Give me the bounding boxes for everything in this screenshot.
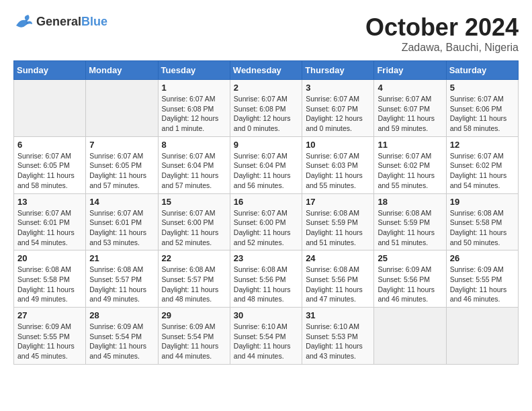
day-detail: Sunrise: 6:07 AMSunset: 6:02 PMDaylight:… xyxy=(378,151,442,191)
calendar-week-row: 13Sunrise: 6:07 AMSunset: 6:01 PMDayligh… xyxy=(14,193,519,250)
day-number: 3 xyxy=(306,83,370,93)
calendar-cell: 16Sunrise: 6:07 AMSunset: 6:00 PMDayligh… xyxy=(230,193,302,250)
day-number: 13 xyxy=(17,197,82,207)
day-detail: Sunrise: 6:07 AMSunset: 6:05 PMDaylight:… xyxy=(89,151,154,191)
logo-general-text: General xyxy=(36,15,81,28)
calendar-cell: 20Sunrise: 6:08 AMSunset: 5:58 PMDayligh… xyxy=(14,250,86,308)
calendar-cell: 11Sunrise: 6:07 AMSunset: 6:02 PMDayligh… xyxy=(374,136,446,193)
calendar-location: Zadawa, Bauchi, Nigeria xyxy=(365,42,519,54)
calendar-cell: 10Sunrise: 6:07 AMSunset: 6:03 PMDayligh… xyxy=(302,136,374,193)
day-detail: Sunrise: 6:07 AMSunset: 6:07 PMDaylight:… xyxy=(306,94,370,134)
day-number: 12 xyxy=(450,140,515,150)
calendar-week-row: 27Sunrise: 6:09 AMSunset: 5:55 PMDayligh… xyxy=(14,308,519,365)
day-number: 22 xyxy=(162,253,226,263)
day-detail: Sunrise: 6:08 AMSunset: 5:58 PMDaylight:… xyxy=(450,208,515,248)
calendar-cell: 25Sunrise: 6:09 AMSunset: 5:56 PMDayligh… xyxy=(374,250,446,308)
calendar-cell: 29Sunrise: 6:09 AMSunset: 5:54 PMDayligh… xyxy=(158,308,230,365)
day-detail: Sunrise: 6:07 AMSunset: 6:02 PMDaylight:… xyxy=(450,151,515,191)
calendar-cell: 8Sunrise: 6:07 AMSunset: 6:04 PMDaylight… xyxy=(158,136,230,193)
day-detail: Sunrise: 6:07 AMSunset: 6:08 PMDaylight:… xyxy=(162,94,226,134)
day-detail: Sunrise: 6:07 AMSunset: 6:05 PMDaylight:… xyxy=(17,151,82,191)
calendar-cell: 27Sunrise: 6:09 AMSunset: 5:55 PMDayligh… xyxy=(14,308,86,365)
calendar-cell: 31Sunrise: 6:10 AMSunset: 5:53 PMDayligh… xyxy=(302,308,374,365)
day-number: 1 xyxy=(162,83,226,93)
calendar-cell: 3Sunrise: 6:07 AMSunset: 6:07 PMDaylight… xyxy=(302,80,374,137)
logo-bird-icon xyxy=(13,13,34,30)
weekday-header-sunday: Sunday xyxy=(14,61,86,80)
day-number: 9 xyxy=(234,140,298,150)
weekday-header-row: SundayMondayTuesdayWednesdayThursdayFrid… xyxy=(14,61,519,80)
calendar-cell: 26Sunrise: 6:09 AMSunset: 5:55 PMDayligh… xyxy=(446,250,518,308)
calendar-cell: 5Sunrise: 6:07 AMSunset: 6:06 PMDaylight… xyxy=(446,80,518,137)
day-number: 26 xyxy=(450,253,515,263)
day-detail: Sunrise: 6:09 AMSunset: 5:55 PMDaylight:… xyxy=(450,265,515,304)
day-number: 20 xyxy=(17,253,82,263)
calendar-week-row: 20Sunrise: 6:08 AMSunset: 5:58 PMDayligh… xyxy=(14,250,519,308)
weekday-header-tuesday: Tuesday xyxy=(158,61,230,80)
calendar-cell: 12Sunrise: 6:07 AMSunset: 6:02 PMDayligh… xyxy=(446,136,518,193)
calendar-cell: 2Sunrise: 6:07 AMSunset: 6:08 PMDaylight… xyxy=(230,80,302,137)
calendar-cell xyxy=(374,308,446,365)
day-number: 10 xyxy=(306,140,370,150)
calendar-cell: 19Sunrise: 6:08 AMSunset: 5:58 PMDayligh… xyxy=(446,193,518,250)
calendar-cell: 4Sunrise: 6:07 AMSunset: 6:07 PMDaylight… xyxy=(374,80,446,137)
day-detail: Sunrise: 6:07 AMSunset: 6:08 PMDaylight:… xyxy=(234,94,298,134)
day-number: 6 xyxy=(17,140,82,150)
day-number: 24 xyxy=(306,253,370,263)
day-detail: Sunrise: 6:08 AMSunset: 5:59 PMDaylight:… xyxy=(306,208,370,248)
day-detail: Sunrise: 6:08 AMSunset: 5:57 PMDaylight:… xyxy=(89,265,154,304)
logo: GeneralBlue xyxy=(13,13,107,30)
day-number: 29 xyxy=(162,310,226,320)
calendar-cell: 13Sunrise: 6:07 AMSunset: 6:01 PMDayligh… xyxy=(14,193,86,250)
calendar-cell xyxy=(14,80,86,137)
calendar-cell: 14Sunrise: 6:07 AMSunset: 6:01 PMDayligh… xyxy=(86,193,158,250)
day-detail: Sunrise: 6:07 AMSunset: 6:04 PMDaylight:… xyxy=(162,151,226,191)
calendar-table: SundayMondayTuesdayWednesdayThursdayFrid… xyxy=(13,60,519,365)
day-number: 19 xyxy=(450,197,515,207)
calendar-cell: 22Sunrise: 6:08 AMSunset: 5:57 PMDayligh… xyxy=(158,250,230,308)
page-header: GeneralBlue October 2024 Zadawa, Bauchi,… xyxy=(13,13,519,54)
day-detail: Sunrise: 6:08 AMSunset: 5:58 PMDaylight:… xyxy=(17,265,82,304)
day-detail: Sunrise: 6:08 AMSunset: 5:59 PMDaylight:… xyxy=(378,208,442,248)
day-number: 28 xyxy=(89,310,154,320)
calendar-cell: 15Sunrise: 6:07 AMSunset: 6:00 PMDayligh… xyxy=(158,193,230,250)
day-detail: Sunrise: 6:09 AMSunset: 5:54 PMDaylight:… xyxy=(162,322,226,361)
day-detail: Sunrise: 6:09 AMSunset: 5:55 PMDaylight:… xyxy=(17,322,82,361)
day-detail: Sunrise: 6:08 AMSunset: 5:57 PMDaylight:… xyxy=(162,265,226,304)
day-detail: Sunrise: 6:07 AMSunset: 6:07 PMDaylight:… xyxy=(378,94,442,134)
day-number: 5 xyxy=(450,83,515,93)
calendar-cell: 6Sunrise: 6:07 AMSunset: 6:05 PMDaylight… xyxy=(14,136,86,193)
weekday-header-thursday: Thursday xyxy=(302,61,374,80)
day-detail: Sunrise: 6:07 AMSunset: 6:03 PMDaylight:… xyxy=(306,151,370,191)
day-number: 21 xyxy=(89,253,154,263)
day-number: 25 xyxy=(378,253,442,263)
day-number: 23 xyxy=(234,253,298,263)
day-detail: Sunrise: 6:08 AMSunset: 5:56 PMDaylight:… xyxy=(234,265,298,304)
day-number: 31 xyxy=(306,310,370,320)
calendar-cell: 24Sunrise: 6:08 AMSunset: 5:56 PMDayligh… xyxy=(302,250,374,308)
calendar-cell: 7Sunrise: 6:07 AMSunset: 6:05 PMDaylight… xyxy=(86,136,158,193)
calendar-cell: 23Sunrise: 6:08 AMSunset: 5:56 PMDayligh… xyxy=(230,250,302,308)
day-detail: Sunrise: 6:10 AMSunset: 5:54 PMDaylight:… xyxy=(234,322,298,361)
weekday-header-friday: Friday xyxy=(374,61,446,80)
title-block: October 2024 Zadawa, Bauchi, Nigeria xyxy=(365,13,519,54)
calendar-cell: 9Sunrise: 6:07 AMSunset: 6:04 PMDaylight… xyxy=(230,136,302,193)
day-number: 2 xyxy=(234,83,298,93)
weekday-header-saturday: Saturday xyxy=(446,61,518,80)
calendar-cell: 18Sunrise: 6:08 AMSunset: 5:59 PMDayligh… xyxy=(374,193,446,250)
day-detail: Sunrise: 6:09 AMSunset: 5:54 PMDaylight:… xyxy=(89,322,154,361)
day-number: 8 xyxy=(162,140,226,150)
day-number: 11 xyxy=(378,140,442,150)
day-detail: Sunrise: 6:07 AMSunset: 6:00 PMDaylight:… xyxy=(162,208,226,248)
day-detail: Sunrise: 6:07 AMSunset: 6:01 PMDaylight:… xyxy=(89,208,154,248)
calendar-cell xyxy=(446,308,518,365)
calendar-cell xyxy=(86,80,158,137)
day-number: 17 xyxy=(306,197,370,207)
day-detail: Sunrise: 6:08 AMSunset: 5:56 PMDaylight:… xyxy=(306,265,370,304)
calendar-cell: 28Sunrise: 6:09 AMSunset: 5:54 PMDayligh… xyxy=(86,308,158,365)
calendar-cell: 30Sunrise: 6:10 AMSunset: 5:54 PMDayligh… xyxy=(230,308,302,365)
day-number: 7 xyxy=(89,140,154,150)
day-number: 18 xyxy=(378,197,442,207)
day-number: 14 xyxy=(89,197,154,207)
calendar-cell: 1Sunrise: 6:07 AMSunset: 6:08 PMDaylight… xyxy=(158,80,230,137)
